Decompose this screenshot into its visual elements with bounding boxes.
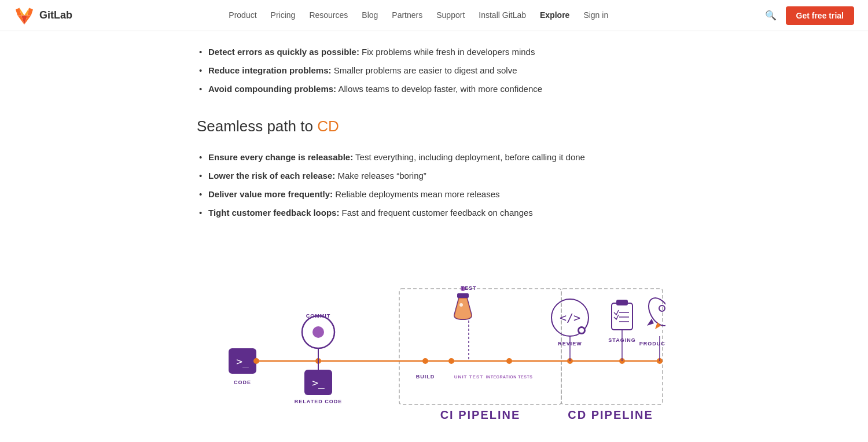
bullet-avoid-compounding: Avoid compounding problems: Allows teams… [197, 80, 671, 98]
svg-text:>_: >_ [236, 355, 249, 367]
nav-brand-area: GitLab [14, 5, 72, 26]
svg-text:INTEGRATION TESTS: INTEGRATION TESTS [486, 375, 533, 379]
navigation: GitLab Product Pricing Resources Blog Pa… [0, 0, 868, 31]
nav-right: 🔍 Get free trial [765, 6, 854, 25]
svg-text:RELATED CODE: RELATED CODE [295, 399, 342, 404]
bullet-reduce-integration: Reduce integration problems: Smaller pro… [197, 61, 671, 80]
svg-text:CI PIPELINE: CI PIPELINE [440, 408, 521, 421]
nav-links: Product Pricing Resources Blog Partners … [229, 9, 608, 21]
svg-point-21 [459, 303, 463, 307]
svg-text:REVIEW: REVIEW [558, 341, 582, 347]
svg-text:CODE: CODE [234, 380, 251, 385]
search-icon[interactable]: 🔍 [765, 8, 777, 23]
nav-install[interactable]: Install GitLab [479, 9, 526, 21]
svg-rect-29 [612, 303, 632, 330]
brand-name: GitLab [39, 7, 72, 24]
pipeline-svg: >_ >_ [203, 251, 665, 436]
cd-bullet-list: Ensure every change is releasable: Test … [197, 148, 671, 222]
nav-resources[interactable]: Resources [309, 9, 348, 21]
svg-point-8 [422, 358, 428, 364]
nav-signin[interactable]: Sign in [583, 9, 608, 21]
svg-text:TEST: TEST [461, 285, 476, 291]
bullet-detect-errors: Detect errors as quickly as possible: Fi… [197, 43, 671, 61]
svg-text:PRODUCTION: PRODUCTION [639, 341, 665, 347]
main-content: Detect errors as quickly as possible: Fi… [174, 31, 694, 442]
cd-highlight: CD [317, 117, 339, 135]
nav-support[interactable]: Support [436, 9, 465, 21]
svg-point-10 [506, 358, 512, 364]
nav-pricing[interactable]: Pricing [271, 9, 296, 21]
svg-text:STAGING: STAGING [608, 337, 635, 343]
svg-rect-20 [457, 293, 469, 298]
nav-explore[interactable]: Explore [540, 9, 569, 21]
nav-partners[interactable]: Partners [392, 9, 422, 21]
svg-point-27 [579, 328, 584, 333]
svg-text:UNIT TEST: UNIT TEST [454, 374, 483, 380]
trial-button[interactable]: Get free trial [786, 6, 854, 25]
svg-point-9 [448, 358, 454, 364]
svg-text:CD PIPELINE: CD PIPELINE [568, 408, 653, 421]
bullet-frequently: Deliver value more frequently: Reliable … [197, 185, 671, 204]
nav-product[interactable]: Product [229, 9, 256, 21]
svg-point-36 [659, 305, 665, 311]
svg-point-15 [312, 326, 324, 338]
gitlab-logo-icon [14, 5, 35, 26]
svg-text:>_: >_ [312, 377, 325, 389]
svg-text:</>: </> [560, 311, 580, 325]
svg-rect-30 [616, 300, 628, 305]
svg-rect-0 [399, 289, 561, 404]
pipeline-diagram: >_ >_ [203, 240, 665, 442]
cd-section-heading: Seamless path to CD [197, 115, 671, 139]
svg-point-6 [253, 358, 259, 364]
bullet-risk: Lower the risk of each release: Make rel… [197, 167, 671, 185]
bullet-feedback: Tight customer feedback loops: Fast and … [197, 204, 671, 222]
bullet-releasable: Ensure every change is releasable: Test … [197, 148, 671, 167]
nav-blog[interactable]: Blog [362, 9, 378, 21]
top-bullet-list: Detect errors as quickly as possible: Fi… [197, 43, 671, 98]
svg-text:BUILD: BUILD [416, 374, 435, 380]
svg-text:COMMIT: COMMIT [306, 313, 331, 319]
